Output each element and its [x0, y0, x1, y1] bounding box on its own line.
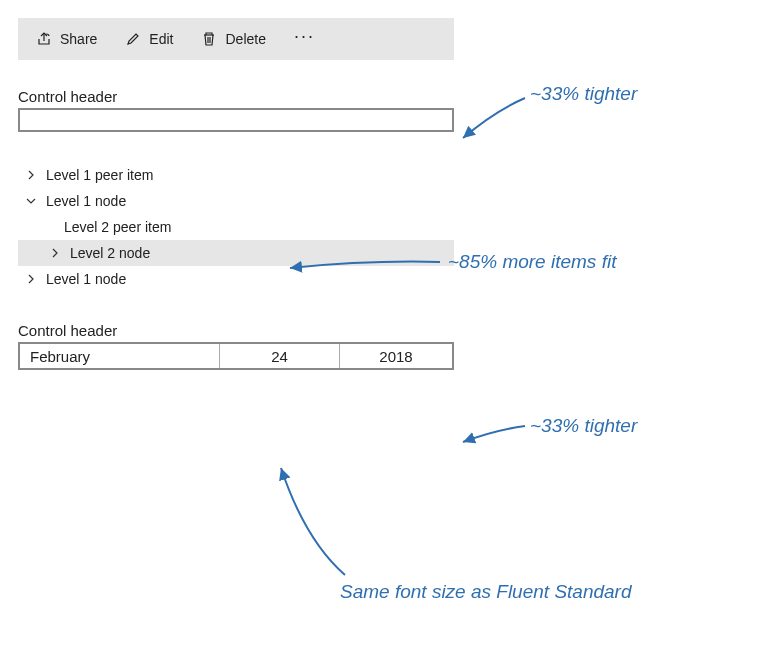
chevron-down-icon [24, 196, 38, 206]
datepicker-year[interactable]: 2018 [340, 344, 452, 368]
datepicker-input[interactable]: February 24 2018 [18, 342, 454, 370]
overflow-button[interactable]: ··· [294, 26, 315, 53]
tree-item-selected[interactable]: Level 2 node [18, 240, 454, 266]
share-icon [36, 31, 52, 47]
chevron-right-icon [24, 170, 38, 180]
tree-item-label: Level 2 peer item [64, 219, 171, 235]
textbox-input[interactable] [18, 108, 454, 132]
tree-view: Level 1 peer item Level 1 node Level 2 p… [18, 162, 454, 292]
tree-item[interactable]: Level 1 node [18, 266, 454, 292]
tree-item-label: Level 1 node [46, 271, 126, 287]
datepicker-section: Control header February 24 2018 [18, 322, 745, 370]
delete-button[interactable]: Delete [201, 31, 265, 47]
chevron-right-icon [48, 248, 62, 258]
annotation-text: ~33% tighter [530, 82, 637, 107]
datepicker-day[interactable]: 24 [220, 344, 340, 368]
tree-item[interactable]: Level 1 peer item [18, 162, 454, 188]
share-label: Share [60, 31, 97, 47]
command-bar: Share Edit Delete ··· [18, 18, 454, 60]
tree-item-label: Level 1 peer item [46, 167, 153, 183]
datepicker-header: Control header [18, 322, 745, 339]
annotation-text: ~85% more items fit [448, 250, 616, 275]
annotation-arrow-icon [275, 460, 365, 580]
datepicker-month[interactable]: February [20, 344, 220, 368]
edit-button[interactable]: Edit [125, 31, 173, 47]
tree-item-label: Level 2 node [70, 245, 150, 261]
delete-label: Delete [225, 31, 265, 47]
tree-item[interactable]: Level 2 peer item [18, 214, 454, 240]
edit-label: Edit [149, 31, 173, 47]
chevron-right-icon [24, 274, 38, 284]
annotation-text: ~33% tighter [530, 414, 637, 439]
overflow-icon: ··· [294, 26, 315, 46]
annotation-arrow-icon [455, 424, 530, 448]
share-button[interactable]: Share [36, 31, 97, 47]
annotation-text: Same font size as Fluent Standard [340, 580, 640, 605]
tree-item[interactable]: Level 1 node [18, 188, 454, 214]
tree-item-label: Level 1 node [46, 193, 126, 209]
edit-icon [125, 31, 141, 47]
delete-icon [201, 31, 217, 47]
